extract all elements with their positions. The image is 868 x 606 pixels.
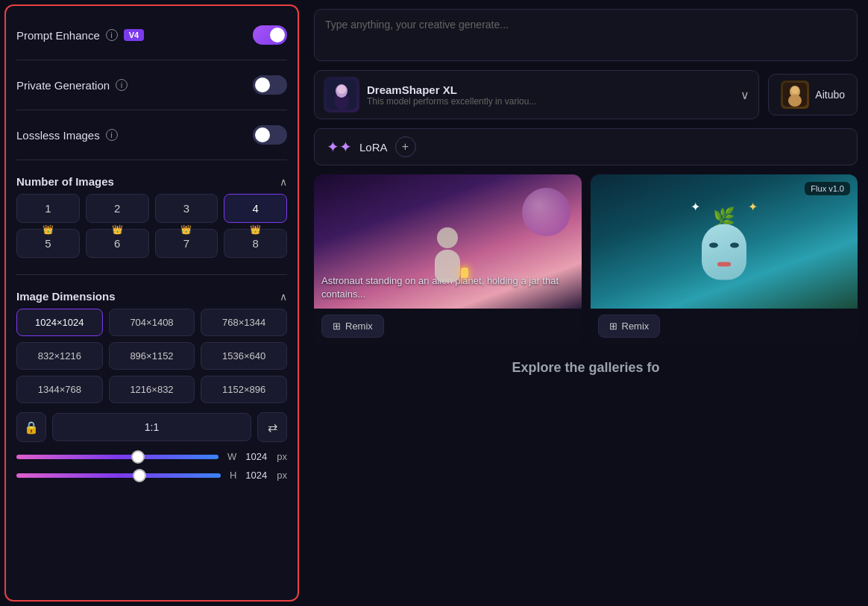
aspect-ratio-row: 🔒 1:1 ⇄ (16, 412, 287, 442)
lora-label: LoRA (359, 141, 388, 154)
gold-decoration-right: ✦ (748, 200, 758, 214)
count-btn-3[interactable]: 3 (155, 194, 218, 223)
lora-add-icon: + (402, 140, 409, 154)
image-count-grid: 1 2 3 4 👑5 👑6 👑7 👑8 (16, 194, 287, 258)
lora-add-button[interactable]: + (395, 136, 416, 157)
swap-icon: ⇄ (268, 420, 277, 435)
count-btn-4[interactable]: 4 (224, 194, 287, 223)
crown-icon-7: 👑 (180, 224, 192, 235)
lossless-info-icon[interactable]: i (106, 129, 118, 141)
lantern (461, 268, 468, 278)
divider-1 (16, 60, 287, 60)
lossless-thumb (255, 127, 270, 142)
private-generation-row: Private Generation i (16, 68, 287, 102)
svg-point-7 (788, 95, 802, 107)
dim-btn-1344x768[interactable]: 1344×768 (16, 376, 103, 403)
image-dimensions-title: Image Dimensions (16, 290, 116, 303)
suit (435, 250, 460, 283)
prompt-enhance-info-icon[interactable]: i (106, 29, 118, 41)
private-generation-toggle[interactable] (253, 75, 287, 95)
remix-button-astronaut[interactable]: ⊞ Remix (321, 315, 384, 338)
lossless-images-row: Lossless Images i (16, 118, 287, 152)
dim-btn-1216x832[interactable]: 1216×832 (109, 376, 195, 403)
crown-icon-5: 👑 (43, 224, 54, 235)
explore-text: Explore the galleries fo (314, 353, 858, 383)
model-description: This model performs excellently in vario… (367, 96, 576, 107)
model-selector[interactable]: DreamShaper XL This model performs excel… (314, 70, 759, 119)
settings-sidebar: Prompt Enhance i V4 Private Generation i… (4, 4, 299, 602)
main-content: Type anything, your creative generate...… (304, 0, 868, 606)
prompt-placeholder: Type anything, your creative generate... (325, 19, 509, 31)
gold-decoration-left: ✦ (691, 200, 700, 214)
model-thumbnail (324, 77, 359, 113)
prompt-enhance-label: Prompt Enhance i V4 (16, 29, 144, 42)
prompt-enhance-thumb (270, 28, 285, 42)
fantasy-figure: 🌿 ✦ ✦ (702, 203, 746, 280)
prompt-input[interactable]: Type anything, your creative generate... (314, 9, 858, 61)
crown-icon-8: 👑 (250, 224, 261, 235)
remix-label-astronaut: Remix (345, 321, 373, 332)
count-btn-5[interactable]: 👑5 (16, 229, 80, 258)
height-value: 1024 (245, 470, 268, 481)
dim-btn-768x1344[interactable]: 768×1344 (201, 309, 287, 336)
dim-btn-704x1408[interactable]: 704×1408 (109, 309, 195, 336)
count-btn-7[interactable]: 👑7 (155, 229, 218, 258)
prompt-enhance-row: Prompt Enhance i V4 (16, 18, 287, 52)
model-thumb-art (327, 80, 356, 110)
gallery-image-astronaut: Astronaut standing on an alien planet, h… (314, 174, 582, 309)
lock-button[interactable]: 🔒 (16, 412, 46, 442)
model-side-name: Aitubo (815, 89, 845, 101)
dim-btn-1536x640[interactable]: 1536×640 (201, 342, 287, 370)
divider-3 (16, 160, 287, 160)
number-of-images-header: Number of Images ∧ (16, 168, 287, 194)
dim-btn-832x1216[interactable]: 832×1216 (16, 342, 103, 370)
image-dimensions-header: Image Dimensions ∧ (16, 283, 287, 309)
lora-sparkle-icon: ✦✦ (327, 138, 352, 156)
private-generation-label: Private Generation i (16, 79, 128, 92)
model-chevron-icon: ∨ (740, 88, 749, 102)
svg-point-3 (337, 85, 346, 94)
number-of-images-title: Number of Images (16, 175, 114, 188)
lock-icon: 🔒 (24, 420, 39, 435)
swap-button[interactable]: ⇄ (257, 412, 287, 442)
count-btn-1[interactable]: 1 (16, 194, 80, 223)
dim-btn-1152x896[interactable]: 1152×896 (201, 376, 287, 403)
width-slider-track[interactable] (16, 455, 218, 459)
dim-btn-1024x1024[interactable]: 1024×1024 (16, 309, 103, 336)
count-btn-2[interactable]: 2 (86, 194, 149, 223)
height-slider-row: H 1024 px (16, 470, 287, 481)
prompt-enhance-version: V4 (124, 29, 144, 41)
remix-button-fantasy[interactable]: ⊞ Remix (598, 315, 661, 338)
number-of-images-chevron[interactable]: ∧ (280, 176, 287, 188)
height-unit: px (277, 470, 287, 481)
image-dimensions-chevron[interactable]: ∧ (280, 291, 287, 303)
private-generation-info-icon[interactable]: i (116, 79, 128, 91)
height-slider-thumb[interactable] (133, 469, 146, 482)
svg-point-6 (791, 86, 799, 94)
height-slider-track[interactable] (16, 473, 221, 478)
prompt-enhance-toggle[interactable] (253, 25, 287, 45)
gallery-card-fantasy: Flux v1.0 🌿 ✦ ✦ (591, 174, 858, 344)
lossless-images-toggle[interactable] (253, 125, 287, 145)
prompt-enhance-text: Prompt Enhance (16, 29, 100, 42)
width-unit: px (277, 451, 287, 462)
remix-icon-astronaut: ⊞ (333, 321, 341, 332)
planet-decoration (522, 188, 570, 236)
face (702, 224, 746, 280)
count-btn-6[interactable]: 👑6 (86, 229, 149, 258)
width-slider-thumb[interactable] (131, 450, 145, 464)
model-row: DreamShaper XL This model performs excel… (314, 70, 858, 119)
gallery-card-astronaut: Astronaut standing on an alien planet, h… (314, 174, 582, 344)
astronaut-figure (435, 227, 460, 283)
count-btn-8[interactable]: 👑8 (224, 229, 287, 258)
width-slider-row: W 1024 px (16, 451, 287, 462)
dimensions-grid: 1024×1024 704×1408 768×1344 832×1216 896… (16, 309, 287, 403)
remix-icon-fantasy: ⊞ (609, 321, 617, 332)
flux-badge: Flux v1.0 (805, 182, 850, 195)
model-side-selector[interactable]: Aitubo (768, 74, 858, 116)
remix-label-fantasy: Remix (622, 321, 650, 332)
private-generation-thumb (255, 78, 270, 92)
width-label: W (227, 451, 236, 462)
dim-btn-896x1152[interactable]: 896×1152 (109, 342, 195, 370)
divider-2 (16, 110, 287, 110)
